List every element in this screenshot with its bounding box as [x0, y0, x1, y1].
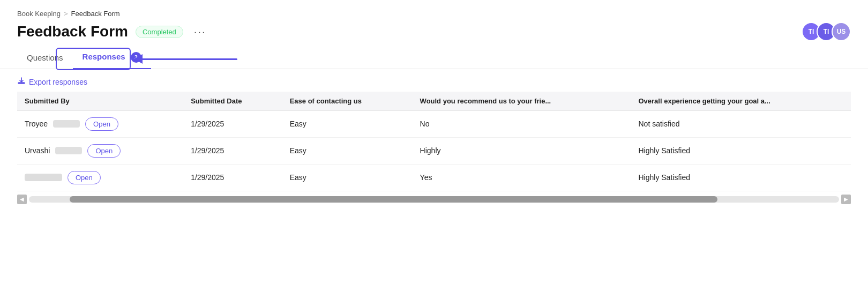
cell-experience-2: Highly Satisfied [631, 164, 851, 191]
breadcrumb: Book Keeping > Feedback Form [0, 0, 868, 20]
name-blur [25, 174, 62, 181]
export-responses-label: Export responses [29, 78, 87, 86]
open-button-2[interactable]: Open [68, 171, 101, 184]
name-text: Urvashi [25, 146, 50, 155]
cell-name-1: UrvashiOpen [17, 137, 183, 164]
cell-recommend-1: Highly [413, 137, 631, 164]
cell-submitted-date-2: 1/29/2025 [183, 164, 282, 191]
status-badge: Completed [136, 26, 183, 38]
scroll-left-arrow[interactable]: ◀ [17, 195, 27, 204]
header-row: Feedback Form Completed ··· TI TI US [0, 20, 868, 47]
cell-recommend-2: Yes [413, 164, 631, 191]
name-blur [55, 147, 82, 154]
tab-questions[interactable]: Questions [17, 48, 73, 69]
more-menu-button[interactable]: ··· [191, 25, 209, 39]
cell-recommend-0: No [413, 110, 631, 137]
col-recommend: Would you recommend us to your frie... [413, 92, 631, 111]
tab-responses-badge: 3 [131, 52, 141, 63]
page-title: Feedback Form [17, 23, 128, 40]
cell-ease-of-contact-0: Easy [282, 110, 413, 137]
cell-ease-of-contact-2: Easy [282, 164, 413, 191]
page-container: Book Keeping > Feedback Form Feedback Fo… [0, 0, 868, 291]
cell-submitted-date-0: 1/29/2025 [183, 110, 282, 137]
name-text: Troyee [25, 120, 48, 128]
cell-name-0: TroyeeOpen [17, 110, 183, 137]
breadcrumb-separator: > [64, 10, 68, 18]
avatars-group: TI TI US [802, 22, 851, 41]
open-button-0[interactable]: Open [85, 117, 118, 131]
col-submitted-by: Submitted By [17, 92, 183, 111]
cell-ease-of-contact-1: Easy [282, 137, 413, 164]
scrollbar-track[interactable] [29, 196, 839, 203]
export-row: Export responses [0, 69, 868, 92]
arrow-line [141, 58, 237, 60]
col-submitted-date: Submitted Date [183, 92, 282, 111]
col-ease: Ease of contacting us [282, 92, 413, 111]
scrollbar-thumb[interactable] [70, 196, 718, 203]
table-row: Open1/29/2025EasyYesHighly Satisfied [17, 164, 851, 191]
responses-table: Submitted By Submitted Date Ease of cont… [17, 92, 851, 191]
export-responses-button[interactable]: Export responses [17, 77, 87, 87]
scroll-right-arrow[interactable]: ▶ [841, 195, 851, 204]
cell-experience-0: Not satisfied [631, 110, 851, 137]
export-icon [17, 77, 26, 87]
cell-name-2: Open [17, 164, 183, 191]
table-header-row: Submitted By Submitted Date Ease of cont… [17, 92, 851, 111]
header-left: Feedback Form Completed ··· [17, 23, 209, 40]
table-row: UrvashiOpen1/29/2025EasyHighlyHighly Sat… [17, 137, 851, 164]
scrollbar-row: ◀ ▶ [0, 191, 868, 207]
avatar-us: US [832, 22, 851, 41]
col-experience: Overall experience getting your goal a..… [631, 92, 851, 111]
table-row: TroyeeOpen1/29/2025EasyNoNot satisfied [17, 110, 851, 137]
tab-responses[interactable]: Responses 3 [73, 47, 151, 69]
name-blur [53, 120, 80, 128]
breadcrumb-current: Feedback Form [71, 10, 120, 18]
tabs-row: Questions Responses 3 [0, 47, 868, 69]
table-container: Submitted By Submitted Date Ease of cont… [0, 92, 868, 191]
cell-submitted-date-1: 1/29/2025 [183, 137, 282, 164]
breadcrumb-parent[interactable]: Book Keeping [17, 10, 61, 18]
open-button-1[interactable]: Open [87, 144, 121, 158]
cell-experience-1: Highly Satisfied [631, 137, 851, 164]
